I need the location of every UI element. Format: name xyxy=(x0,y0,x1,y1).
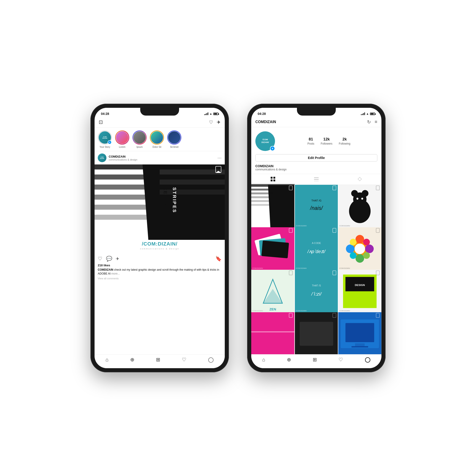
grid-easy-svg: THAT /S /ˈiːzi/ /COM:DIZAIN/ xyxy=(295,270,338,313)
profile-screen: 04:28 ▲ COMDIZAIN ↻ ≡ xyxy=(251,108,381,368)
post-comments-link[interactable]: View all comments xyxy=(95,277,225,282)
nav-home-right[interactable]: ⌂ xyxy=(262,357,265,363)
profile-nav-icons: ↻ ≡ xyxy=(367,119,377,125)
nav-profile-left[interactable]: ◯ xyxy=(208,357,214,363)
post-caption: COMDIZAIN check out my latest graphic de… xyxy=(95,268,225,277)
grid-cell-10[interactable] xyxy=(251,312,294,354)
menu-icon[interactable]: ≡ xyxy=(374,119,377,125)
story-avatar-ipsum xyxy=(133,130,147,145)
svg-rect-20 xyxy=(273,177,275,179)
grid-cell-5[interactable]: A CODE /ʌpˈdeɪt/ /COM:DIZAIN/ xyxy=(295,227,338,271)
like-icon[interactable]: ♡ xyxy=(98,256,102,262)
post-caption-more[interactable]: more... xyxy=(111,272,120,275)
bookmark-icon[interactable]: 🔖 xyxy=(215,256,221,262)
story-avatar-dolor xyxy=(150,130,164,145)
profile-avatar-wrap: /COMDIZAIN/ + xyxy=(255,131,275,151)
post-user-info: COMDIZAIN communications & design xyxy=(109,155,137,161)
grid-cell-2[interactable]: THAT /G /nais/ /COM:DIZAIN/ xyxy=(295,185,338,228)
tab-grid[interactable] xyxy=(251,174,295,185)
phone-left: 04:28 ▲ ⊡ ♡ ✈ xyxy=(90,104,229,372)
grid-yellow-svg: DESIGN /COM:DIZAIN/ xyxy=(338,270,381,313)
grid-cell-7[interactable]: ZEN /COM:DIZAIN/ xyxy=(251,270,294,313)
share-icon[interactable]: ✈ xyxy=(116,256,119,261)
posts-count: 81 xyxy=(309,137,313,142)
grid-cell-4[interactable]: /COM:DIZAIN/ xyxy=(251,227,294,271)
post-likes: 218 likes xyxy=(95,263,225,268)
profile-stat-followers: 12k Followers xyxy=(321,137,332,145)
feed-topnav[interactable]: ⊡ ♡ ✈ xyxy=(95,118,225,128)
grid-zebra-svg: /COM:DIZAIN/ xyxy=(251,185,294,228)
nav-profile-right[interactable]: ◯ xyxy=(365,357,371,363)
story-label-dolor: Dolor Sit xyxy=(153,146,161,148)
svg-text:A CODE: A CODE xyxy=(312,242,321,244)
story-item-ipsum[interactable]: Ipsum xyxy=(133,130,147,148)
svg-rect-102 xyxy=(355,343,365,346)
grid-cell-3[interactable]: /COM:DIZAIN/ xyxy=(338,185,381,228)
svg-rect-29 xyxy=(251,185,273,187)
svg-rect-97 xyxy=(300,322,333,346)
nav-add-right[interactable]: ⊞ xyxy=(313,357,317,363)
svg-rect-11 xyxy=(160,189,225,195)
story-item-dolor[interactable]: Dolor Sit xyxy=(150,130,164,148)
battery-icon xyxy=(213,113,218,115)
following-label: Following xyxy=(339,142,350,145)
profile-avatar-logo: /COMDIZAIN/ xyxy=(261,137,270,145)
status-icons-right: ▲ xyxy=(361,112,375,115)
story-label-yours: Your Story xyxy=(100,146,110,148)
grid-dark-svg xyxy=(295,312,338,354)
refresh-icon[interactable]: ↻ xyxy=(367,119,371,125)
svg-point-72 xyxy=(355,243,365,254)
profile-stat-posts: 81 Posts xyxy=(307,137,314,145)
nav-add-left[interactable]: ⊞ xyxy=(156,357,160,363)
edit-profile-button[interactable]: Edit Profile xyxy=(255,154,377,161)
grid-cell-1[interactable]: /COM:DIZAIN/ xyxy=(251,185,294,228)
story-add-btn[interactable]: + xyxy=(108,140,112,144)
posts-label: Posts xyxy=(307,142,314,145)
nav-search-left[interactable]: ⊕ xyxy=(130,357,134,363)
grid-cell-6[interactable]: /COM:DIZAIN/ xyxy=(338,227,381,271)
svg-rect-34 xyxy=(251,204,273,206)
svg-rect-31 xyxy=(251,193,273,194)
grid-cell-8[interactable]: THAT /S /ˈiːzi/ /COM:DIZAIN/ xyxy=(295,270,338,313)
grid-zen-svg: ZEN /COM:DIZAIN/ xyxy=(251,270,294,313)
nav-search-right[interactable]: ⊕ xyxy=(287,357,291,363)
tab-list[interactable] xyxy=(295,174,338,185)
wifi-icon: ▲ xyxy=(209,112,212,115)
svg-text:/COM:DIZAIN/: /COM:DIZAIN/ xyxy=(252,224,263,226)
svg-text:THAT /G: THAT /G xyxy=(311,199,321,202)
camera-icon[interactable]: ⊡ xyxy=(99,119,103,125)
story-item-lorem[interactable]: Lorem xyxy=(115,130,129,148)
svg-text:ZEN: ZEN xyxy=(270,307,276,311)
grid-cell-11[interactable] xyxy=(295,312,338,354)
tab-tagged[interactable] xyxy=(338,174,381,185)
svg-text:THAT /S: THAT /S xyxy=(312,284,321,287)
post-avatar[interactable]: /COMDIZAIN/ xyxy=(98,153,106,162)
post-more-btn[interactable]: ⋯ xyxy=(218,155,221,160)
grid-cell-12[interactable] xyxy=(338,312,381,354)
battery-icon-right xyxy=(370,113,375,115)
svg-rect-24 xyxy=(314,179,319,180)
svg-rect-30 xyxy=(251,189,273,190)
nav-likes-left[interactable]: ♡ xyxy=(182,357,186,363)
story-avatar-yours: /COMDIZAIN/ + xyxy=(98,130,112,145)
svg-point-47 xyxy=(357,198,358,200)
profile-bio: COMDIZAIN communications & design xyxy=(251,164,381,174)
story-item-yours[interactable]: /COMDIZAIN/ + Your Story xyxy=(98,130,112,148)
svg-rect-101 xyxy=(346,323,374,342)
story-img-dolor xyxy=(151,131,163,144)
dm-icon[interactable]: ✈ xyxy=(217,119,221,125)
svg-text:/COM:DIZAIN/: /COM:DIZAIN/ xyxy=(296,310,307,312)
grid-cell-9[interactable]: DESIGN /COM:DIZAIN/ xyxy=(338,270,381,313)
comment-icon[interactable]: 💬 xyxy=(106,256,112,262)
signal-icon-right xyxy=(361,112,365,115)
post-artwork-svg: ZEBRA STRIPES /COM:DIZAIN/ communication… xyxy=(95,164,225,254)
profile-nav-username: COMDIZAIN xyxy=(255,120,276,124)
profile-info-row: /COMDIZAIN/ + 81 Posts 12k Followers xyxy=(251,127,381,154)
activity-icon[interactable]: ♡ xyxy=(209,119,213,125)
nav-home-left[interactable]: ⌂ xyxy=(105,357,108,363)
svg-rect-22 xyxy=(273,180,275,181)
svg-point-67 xyxy=(365,244,374,253)
profile-add-btn[interactable]: + xyxy=(270,146,275,151)
nav-likes-right[interactable]: ♡ xyxy=(339,357,343,363)
story-item-sit[interactable]: Sit Amet xyxy=(167,130,181,148)
